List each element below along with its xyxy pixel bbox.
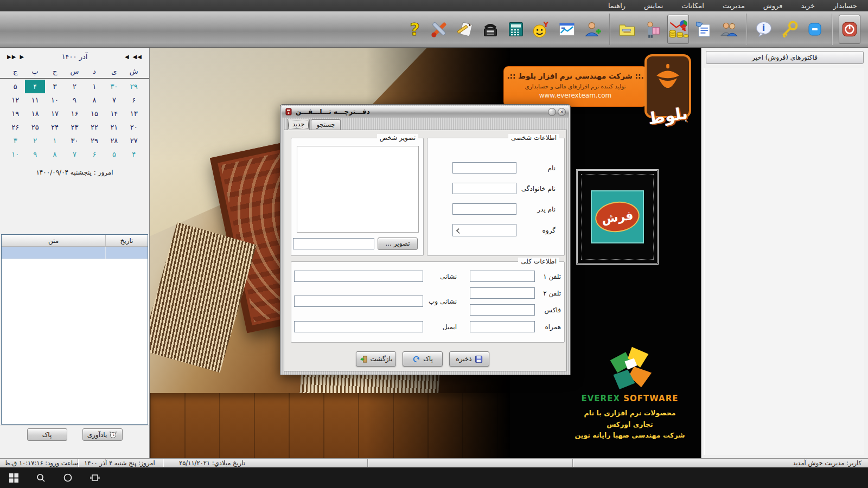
- menu-item-management[interactable]: مدیریت: [720, 1, 747, 10]
- calendar-day[interactable]: ۲۶: [5, 120, 25, 134]
- calendar-day[interactable]: ۱۷: [45, 107, 65, 120]
- calendar-day[interactable]: ۲۹: [124, 80, 144, 93]
- calendar-day[interactable]: ۲۹: [85, 134, 104, 147]
- calendar-day[interactable]: ۴: [25, 80, 44, 93]
- table-row[interactable]: [2, 247, 148, 259]
- reminder-button[interactable]: یادآوری: [82, 428, 123, 441]
- calendar-day[interactable]: ۳۰: [104, 80, 124, 93]
- calendar-day[interactable]: ۲۱: [104, 120, 124, 134]
- fax-icon[interactable]: [480, 15, 501, 44]
- recent-invoices-list[interactable]: [704, 68, 864, 455]
- calendar-day[interactable]: ۱۵: [85, 107, 104, 120]
- calendar-day[interactable]: ۹: [65, 93, 84, 107]
- calendar-day[interactable]: ۱۹: [5, 107, 25, 120]
- prev-year-arrow-icon[interactable]: ◀◀: [131, 54, 144, 60]
- calendar-day[interactable]: ۸: [45, 147, 65, 161]
- task-view-button[interactable]: [89, 472, 101, 484]
- calendar-day[interactable]: ۶: [124, 93, 144, 107]
- calendar-day[interactable]: ۱۱: [25, 93, 44, 107]
- calendar-day[interactable]: ۱۶: [65, 107, 84, 120]
- email-field[interactable]: [294, 321, 423, 332]
- calendar-day[interactable]: ۷: [65, 147, 84, 161]
- calendar-day[interactable]: ۱۰: [5, 147, 25, 161]
- reminders-table[interactable]: تاریخ متن: [1, 234, 148, 425]
- dialog-minimize-button[interactable]: −: [548, 108, 556, 116]
- next-year-arrow-icon[interactable]: ▶▶: [5, 54, 18, 60]
- save-button[interactable]: ذخیره: [449, 351, 489, 367]
- calendar-day[interactable]: ۱: [45, 134, 65, 147]
- recent-invoices-header[interactable]: فاکتورهای (فروش) اخیر: [706, 51, 864, 64]
- tab-search[interactable]: جستجو: [311, 119, 340, 131]
- calendar-day[interactable]: ۷: [104, 93, 124, 107]
- calendar-day[interactable]: ۲۸: [104, 134, 124, 147]
- menu-item-help[interactable]: راهنما: [606, 1, 628, 10]
- address-field[interactable]: [294, 271, 423, 282]
- calendar-day[interactable]: ۳۰: [65, 134, 84, 147]
- back-button[interactable]: بازگشت: [356, 351, 396, 367]
- mobile-field[interactable]: [470, 321, 535, 332]
- calendar-day[interactable]: ۵: [5, 80, 25, 93]
- menu-item-view[interactable]: نمایش: [642, 1, 665, 10]
- lastname-field[interactable]: [452, 183, 516, 194]
- fax-field[interactable]: [470, 304, 535, 316]
- menu-item-accounting[interactable]: حسابدار: [831, 1, 859, 10]
- messenger-icon[interactable]: Y: [531, 15, 552, 44]
- photo-path-input[interactable]: [293, 238, 374, 249]
- prev-month-arrow-icon[interactable]: ◀: [123, 54, 131, 60]
- calendar-day[interactable]: ۲۳: [65, 120, 84, 134]
- fathername-field[interactable]: [452, 203, 516, 215]
- cortana-button[interactable]: [62, 472, 74, 484]
- add-user-icon[interactable]: [582, 15, 603, 44]
- cash-chart-icon[interactable]: [667, 15, 689, 44]
- calendar-day[interactable]: ۳: [45, 80, 65, 93]
- calendar-day[interactable]: ۱۲: [5, 93, 25, 107]
- start-button[interactable]: [8, 472, 20, 484]
- clear-button[interactable]: پاک: [27, 428, 67, 441]
- calendar-day[interactable]: ۱۰: [45, 93, 65, 107]
- tab-new[interactable]: جدید: [287, 119, 310, 130]
- tools-icon[interactable]: [429, 15, 450, 44]
- phone2-field[interactable]: [470, 287, 535, 299]
- calculator-icon[interactable]: [505, 15, 527, 44]
- help-icon[interactable]: ?: [403, 15, 425, 44]
- calendar-day[interactable]: ۳: [5, 134, 25, 147]
- name-field[interactable]: [452, 162, 516, 174]
- calendar-day[interactable]: ۲۲: [85, 120, 104, 134]
- calendar-day[interactable]: ۴: [124, 147, 144, 161]
- menu-item-sales[interactable]: فروش: [761, 1, 785, 10]
- phone1-field[interactable]: [470, 271, 535, 282]
- folder-tools-icon[interactable]: [616, 15, 638, 44]
- people-icon[interactable]: [718, 15, 740, 44]
- calendar-day[interactable]: ۸: [85, 93, 104, 107]
- calendar-day[interactable]: ۹: [25, 147, 44, 161]
- taskbar-search-button[interactable]: [35, 472, 47, 484]
- calendar-day[interactable]: ۲: [65, 80, 84, 93]
- dialog-titlebar[interactable]: دفـــترچـــه تـــلـــفـــن − ×: [282, 106, 569, 118]
- document-hand-icon[interactable]: [693, 15, 714, 44]
- chart-icon[interactable]: [556, 15, 578, 44]
- dialog-close-button[interactable]: ×: [558, 108, 566, 116]
- calendar-day[interactable]: ۶: [85, 147, 104, 161]
- write-icon[interactable]: [454, 15, 476, 44]
- calendar-day[interactable]: ۲۵: [25, 120, 44, 134]
- calendar-day[interactable]: ۱۸: [25, 107, 44, 120]
- info-icon[interactable]: i: [753, 15, 775, 44]
- website-field[interactable]: [294, 296, 423, 307]
- photo-browse-button[interactable]: تصویر ...: [378, 237, 418, 250]
- calendar-day[interactable]: ۲۴: [45, 120, 65, 134]
- menu-item-tools[interactable]: امکانات: [679, 1, 706, 10]
- power-icon[interactable]: [839, 15, 860, 44]
- next-month-arrow-icon[interactable]: ▶: [18, 54, 26, 60]
- group-select[interactable]: [452, 224, 516, 236]
- menu-item-purchase[interactable]: خرید: [799, 1, 817, 10]
- minimize-icon[interactable]: [804, 15, 826, 44]
- calendar-day[interactable]: ۲: [25, 134, 44, 147]
- delivery-icon[interactable]: [642, 15, 663, 44]
- calendar-day[interactable]: ۲۰: [124, 120, 144, 134]
- key-icon[interactable]: [778, 15, 800, 44]
- calendar-day[interactable]: ۱۴: [104, 107, 124, 120]
- calendar-day[interactable]: ۱: [85, 80, 104, 93]
- calendar-day[interactable]: ۵: [104, 147, 124, 161]
- calendar-day[interactable]: ۲۷: [124, 134, 144, 147]
- calendar-day[interactable]: ۱۳: [124, 107, 144, 120]
